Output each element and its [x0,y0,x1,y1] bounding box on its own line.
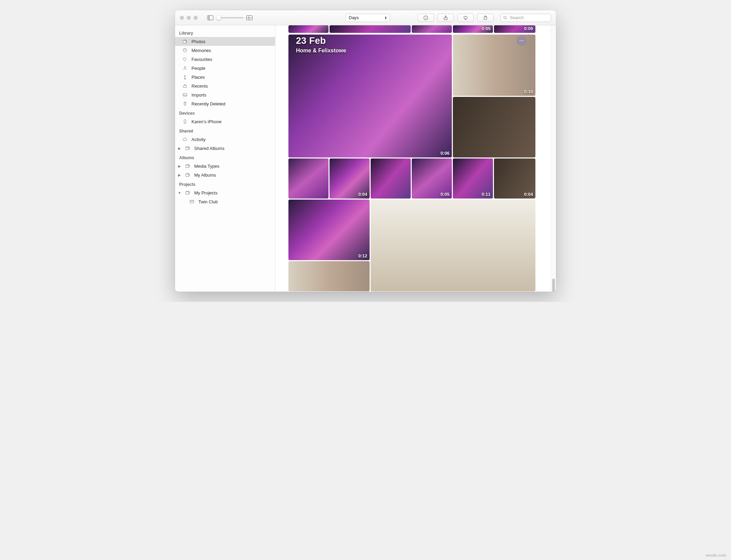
minimize-button[interactable] [187,16,191,20]
photo-tile[interactable] [288,25,329,33]
sidebar-item-media-types[interactable]: ▶ Media Types [175,162,275,170]
traffic-lights [180,16,198,20]
chevron-right-icon[interactable]: ▶ [178,164,181,168]
sidebar-toggle-icon[interactable] [207,15,213,20]
photos-icon [182,39,188,44]
view-select-value: Days [349,15,359,20]
sidebar-item-recents[interactable]: Recents [175,81,275,90]
sidebar-item-recently-deleted[interactable]: Recently Deleted [175,99,275,108]
ellipsis-icon: ··· [519,38,524,43]
svg-rect-13 [183,86,186,88]
chevron-right-icon[interactable]: ▶ [178,147,181,150]
photo-tile[interactable]: 0:12 [288,200,370,260]
trash-icon [182,101,188,106]
photo-tile[interactable] [371,200,535,291]
zoom-controls [207,15,252,20]
svg-rect-24 [186,192,189,194]
content-area[interactable]: 0:050:090:060:100:040:050:110:040:12 23 … [275,25,556,292]
photo-tile[interactable]: 0:11 [453,158,493,199]
search-icon [503,15,508,20]
day-date: 23 Feb [296,36,346,46]
app-window: Days ▲▼ Search Library [175,10,556,292]
scrollbar-thumb[interactable] [552,279,555,292]
close-button[interactable] [180,16,184,20]
sidebar-item-favourites[interactable]: Favourites [175,55,275,64]
recents-icon [182,83,188,89]
pin-icon [182,74,188,80]
svg-rect-4 [484,17,487,19]
video-duration: 0:10 [524,89,533,94]
sidebar-item-people[interactable]: People [175,64,275,73]
sidebar-header-library: Library [175,28,275,37]
rotate-icon [483,15,488,21]
albums-icon [185,145,191,151]
photo-tile[interactable] [412,25,452,33]
chevron-updown-icon: ▲▼ [384,16,387,20]
body: Library Photos Memories Favourites Peopl… [175,25,556,292]
sidebar-item-memories[interactable]: Memories [175,46,275,55]
person-icon [182,65,188,71]
heart-icon [182,56,188,62]
memories-icon [182,48,188,53]
grid-view-icon[interactable] [246,15,252,20]
more-button[interactable]: ··· [517,36,527,46]
svg-point-5 [504,16,506,18]
day-location: Home & Felixstowe [296,48,346,54]
photo-tile[interactable]: 0:05 [412,158,452,199]
photo-tile[interactable]: 0:05 [453,25,493,33]
albums-icon [185,190,191,195]
photo-tile[interactable]: 0:04 [330,158,370,199]
sidebar-item-device-iphone[interactable]: Karen's iPhone [175,117,275,126]
video-duration: 0:12 [358,253,367,258]
photo-tile[interactable] [453,97,535,157]
sidebar-item-places[interactable]: Places [175,73,275,81]
sidebar-item-imports[interactable]: Imports [175,90,275,99]
search-input[interactable]: Search [500,14,551,22]
photo-tile[interactable] [330,25,411,33]
sidebar-header-shared: Shared [175,126,275,135]
imports-icon [182,92,188,98]
view-select[interactable]: Days ▲▼ [346,14,390,22]
sidebar-item-my-albums[interactable]: ▶ My Albums [175,170,275,179]
video-duration: 0:06 [441,151,449,156]
video-duration: 0:05 [441,192,449,197]
info-button[interactable] [418,14,434,22]
sidebar-header-projects: Projects [175,179,275,188]
photo-tile[interactable] [288,158,329,199]
photo-tile[interactable] [371,158,411,199]
scrollbar[interactable] [551,25,556,292]
video-duration: 0:05 [482,26,491,31]
photo-tile[interactable] [288,261,370,291]
video-duration: 0:11 [482,192,491,197]
rotate-button[interactable] [477,14,494,22]
sidebar: Library Photos Memories Favourites Peopl… [175,25,275,292]
chevron-right-icon[interactable]: ▶ [178,173,181,177]
svg-point-2 [426,16,426,17]
sidebar-item-photos[interactable]: Photos [175,37,275,46]
sidebar-header-devices: Devices [175,108,275,117]
search-placeholder: Search [510,15,524,20]
share-button[interactable] [437,14,454,22]
photo-tile[interactable]: 0:04 [494,158,535,199]
sidebar-item-activity[interactable]: Activity [175,135,275,144]
sidebar-item-shared-albums[interactable]: ▶ Shared Albums [175,144,275,153]
svg-point-10 [184,66,186,68]
fullscreen-button[interactable] [194,16,198,20]
photo-grid: 0:050:090:060:100:040:050:110:040:12 [288,25,540,292]
chevron-down-icon[interactable]: ▼ [178,191,181,195]
sidebar-item-twin-club[interactable]: Twin Club [175,197,275,206]
day-header: 23 Feb Home & Felixstowe [296,36,346,54]
favourite-button[interactable] [457,14,474,22]
video-duration: 0:04 [358,192,367,197]
photo-tile[interactable]: 0:09 [494,25,535,33]
svg-point-11 [184,75,186,77]
sidebar-item-my-projects[interactable]: ▼ My Projects [175,188,275,197]
project-icon [189,199,195,204]
svg-rect-25 [190,200,194,203]
share-icon [443,15,448,21]
heart-icon [463,15,468,21]
toolbar-buttons [418,14,494,22]
svg-rect-18 [186,147,189,150]
iphone-icon [182,119,188,124]
zoom-slider[interactable] [216,17,244,18]
